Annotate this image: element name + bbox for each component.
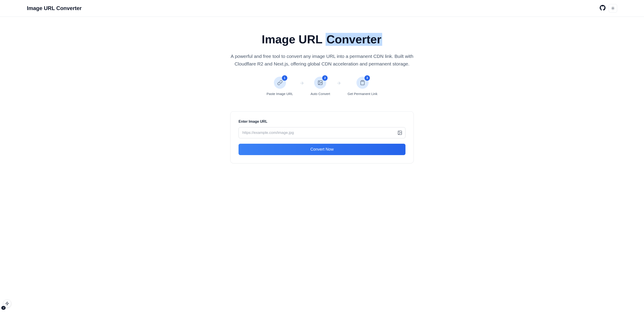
- step-circle: 2: [314, 77, 326, 89]
- step-badge: 1: [282, 75, 287, 81]
- input-wrapper: [238, 127, 406, 138]
- github-icon: [600, 5, 606, 11]
- arrow-right-icon: [300, 81, 304, 86]
- arrow-right-icon: [336, 81, 341, 86]
- svg-point-0: [612, 7, 614, 9]
- page-title: Image URL Converter: [230, 32, 414, 46]
- url-input[interactable]: [238, 127, 406, 138]
- form-card: Enter Image URL Convert Now: [230, 111, 414, 163]
- title-text-1: Image URL: [262, 33, 326, 46]
- step-label: Paste Image URL: [266, 92, 293, 96]
- steps-row: 1 Paste Image URL 2 Auto Convert 3 Get P…: [230, 77, 414, 96]
- title-text-highlighted: Converter: [326, 33, 382, 46]
- svg-point-15: [399, 132, 400, 132]
- step-label: Auto Convert: [310, 92, 330, 96]
- page-subtitle: A powerful and free tool to convert any …: [230, 52, 414, 67]
- step-badge: 2: [322, 75, 328, 81]
- step-1: 1 Paste Image URL: [266, 77, 293, 96]
- header-actions: [600, 4, 617, 12]
- step-badge: 3: [364, 75, 370, 81]
- svg-line-8: [614, 7, 614, 7]
- svg-line-4: [614, 9, 614, 9]
- svg-point-11: [319, 82, 320, 82]
- step-arrow: [300, 81, 304, 87]
- svg-rect-13: [362, 80, 364, 81]
- step-circle: 1: [274, 77, 286, 89]
- sun-icon: [611, 6, 615, 10]
- image-icon: [318, 80, 323, 85]
- link-icon: [277, 80, 282, 85]
- app-title: Image URL Converter: [27, 5, 82, 11]
- theme-toggle-button[interactable]: [609, 4, 617, 12]
- clipboard-icon: [360, 80, 365, 85]
- header: Image URL Converter: [0, 0, 644, 17]
- step-circle: 3: [356, 77, 368, 89]
- step-label: Get Permanent Link: [348, 92, 377, 96]
- svg-line-7: [612, 9, 612, 9]
- github-link[interactable]: [600, 5, 606, 12]
- input-label: Enter Image URL: [238, 120, 406, 124]
- image-icon: [398, 130, 402, 135]
- convert-button[interactable]: Convert Now: [238, 144, 406, 155]
- main-content: Image URL Converter A powerful and free …: [226, 17, 418, 172]
- step-2: 2 Auto Convert: [310, 77, 330, 96]
- step-arrow: [336, 81, 341, 87]
- step-3: 3 Get Permanent Link: [348, 77, 377, 96]
- svg-line-3: [612, 7, 612, 7]
